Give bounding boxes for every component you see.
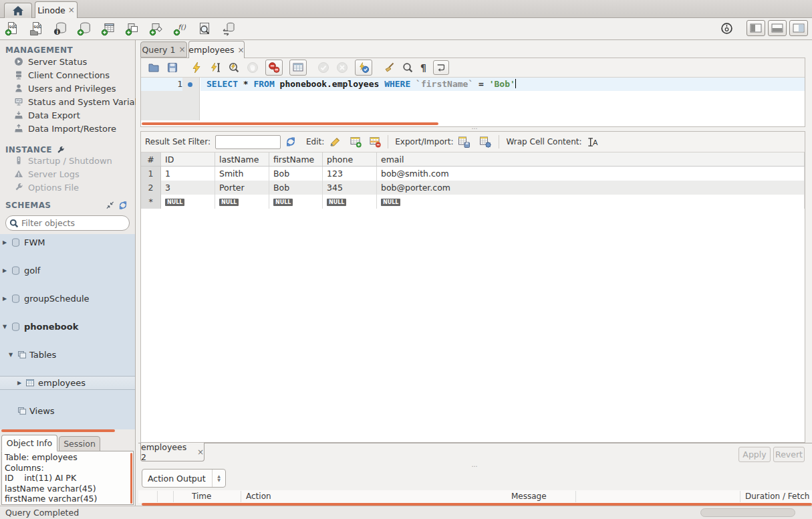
import-records-button[interactable] [479,136,492,148]
tab-session[interactable]: Session [59,436,100,451]
table-row[interactable]: 1 1 Smith Bob 123 bob@smith.com [141,167,805,181]
schemas-expand-button[interactable] [106,201,114,209]
chevron-right-icon[interactable]: ▶ [3,296,7,302]
toggle-autocommit-button[interactable] [355,60,372,76]
connection-tab[interactable]: Linode × [35,1,78,18]
sidebar-item-client-connections[interactable]: Client Connections [0,68,136,82]
sidebar-item-options-file[interactable]: Options File [0,181,136,194]
migration-wizard-button[interactable] [221,21,237,37]
tree-item-schema-golf[interactable]: ▶ golf [0,264,135,278]
close-icon[interactable]: × [197,448,204,456]
toggle-bottom-panel-button[interactable] [768,20,787,36]
output-selector[interactable]: Action Output ▲▼ [142,469,226,488]
cell-id[interactable]: 3 [161,181,215,195]
toggle-stop-on-error-button[interactable] [265,60,283,76]
search-table-data-button[interactable] [196,21,213,37]
close-icon[interactable]: × [178,45,185,54]
column-header-id[interactable]: ID [161,152,215,166]
revert-button[interactable]: Revert [773,447,805,462]
create-function-button[interactable]: f() [172,21,188,37]
dashboard-button[interactable] [718,20,734,36]
close-icon[interactable]: × [238,46,245,54]
explain-button[interactable] [228,62,240,74]
spinner-arrows-icon[interactable]: ▲▼ [212,470,225,487]
sql-code-line[interactable]: SELECT * FROM phonebook.employees WHERE … [207,78,516,91]
toggle-right-sidebar-button[interactable] [789,20,808,36]
refresh-button[interactable] [285,136,296,147]
create-procedure-button[interactable] [148,21,164,37]
create-schema-button[interactable] [76,21,92,37]
close-icon[interactable]: × [68,6,75,14]
output-column-duration[interactable]: Duration / Fetch [745,490,811,503]
tree-item-table-employees[interactable]: ▶ employees [0,376,135,390]
tab-employees-2[interactable]: employees 2 × [140,443,205,461]
result-filter-input[interactable] [215,135,281,149]
chevron-right-icon[interactable]: ▶ [3,239,7,245]
schema-filter-input[interactable] [21,218,122,228]
tree-item-schema-phonebook[interactable]: ▼ phonebook [0,320,135,334]
sidebar-item-server-logs[interactable]: Server Logs [0,167,136,181]
tree-item-schema-fwm[interactable]: ▶ FWM [0,235,135,249]
output-column-message[interactable]: Message [511,490,547,503]
delete-row-button[interactable] [369,136,381,148]
column-header-email[interactable]: email [377,152,805,166]
export-resultset-button[interactable] [458,136,470,148]
toggle-wrap-button[interactable] [433,60,449,75]
column-header-phone[interactable]: phone [323,152,377,166]
chevron-down-icon[interactable]: ▼ [9,352,13,358]
cell-id[interactable]: 1 [161,167,215,181]
save-script-button[interactable] [166,62,178,74]
chevron-right-icon[interactable]: ▶ [3,268,7,274]
cell-lastname[interactable]: Smith [215,167,269,181]
apply-button[interactable]: Apply [738,447,771,462]
column-header-rownum[interactable]: # [141,152,161,166]
cell-firstname[interactable]: Bob [269,167,323,181]
limit-rows-button[interactable] [289,60,307,76]
sidebar-item-data-export[interactable]: Data Export [0,108,136,122]
create-table-button[interactable] [100,21,116,37]
execute-current-button[interactable] [209,62,221,74]
cell-email[interactable]: bob@smith.com [377,167,805,181]
inspect-database-button[interactable]: i [52,21,68,37]
schemas-refresh-button[interactable] [118,201,128,210]
create-view-button[interactable] [124,21,140,37]
tab-object-info[interactable]: Object Info [1,435,57,451]
open-sql-script-button[interactable]: SQL [28,21,44,37]
tree-item-schema-groupschedule[interactable]: ▶ groupSchedule [0,292,135,306]
edit-record-button[interactable] [329,136,341,148]
new-row[interactable]: * NULL NULL NULL NULL NULL [141,195,805,209]
add-row-button[interactable] [350,136,362,148]
column-header-firstname[interactable]: firstName [269,152,323,166]
open-script-button[interactable] [148,62,160,74]
cell-phone[interactable]: 123 [323,167,377,181]
splitter-handle[interactable]: ⋯ [138,463,812,470]
tab-employees[interactable]: employees × [188,41,245,58]
tree-item-tables-folder[interactable]: ▼ Tables [0,348,135,362]
column-header-lastname[interactable]: lastName [215,152,269,166]
chevron-down-icon[interactable]: ▼ [3,324,7,330]
execute-button[interactable] [190,62,202,74]
tab-query-1[interactable]: Query 1 × [140,41,187,58]
show-invisibles-button[interactable]: ¶ [420,62,426,73]
cell-phone[interactable]: 345 [323,181,377,195]
sidebar-item-data-import[interactable]: Data Import/Restore [0,122,136,135]
sidebar-item-status-system-variables[interactable]: Status and System Variables [0,95,136,108]
sidebar-item-users-privileges[interactable]: Users and Privileges [0,82,136,95]
toggle-left-sidebar-button[interactable] [747,20,765,36]
output-column-time[interactable]: Time [192,490,211,503]
cell-firstname[interactable]: Bob [269,181,323,195]
clear-query-button[interactable] [383,62,395,74]
wrap-cell-content-button[interactable]: A [587,136,598,148]
cell-lastname[interactable]: Porter [215,181,269,195]
sidebar-item-startup-shutdown[interactable]: Startup / Shutdown [0,154,136,167]
sql-editor[interactable]: 1 SELECT * FROM phonebook.employees WHER… [141,78,805,120]
tree-horizontal-scrollbar[interactable] [1,429,115,432]
statusbar-scrollbar-thumb[interactable] [700,508,795,517]
table-row[interactable]: 2 3 Porter Bob 345 bob@porter.com [141,181,805,195]
sidebar-item-server-status[interactable]: Server Status [0,55,136,68]
find-button[interactable] [402,62,414,74]
tree-item-views-folder[interactable]: Views [0,404,135,418]
home-tab[interactable] [4,3,32,18]
chevron-right-icon[interactable]: ▶ [17,380,21,386]
new-sql-tab-button[interactable]: SQL [4,21,20,37]
